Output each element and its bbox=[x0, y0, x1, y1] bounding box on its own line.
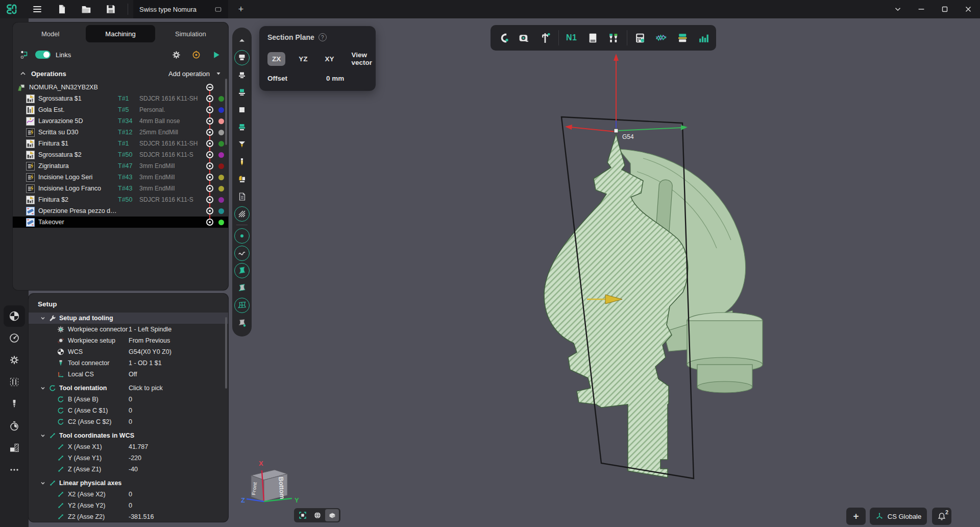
rail-wcs-datum-icon[interactable] bbox=[4, 305, 25, 327]
operations-scrollbar[interactable] bbox=[225, 79, 227, 145]
chevron-down-icon[interactable] bbox=[40, 433, 46, 439]
tool-caliper-icon[interactable] bbox=[537, 29, 554, 46]
rail-material-icon[interactable] bbox=[4, 437, 25, 459]
setup-value[interactable]: G54(X0 Y0 Z0) bbox=[129, 348, 172, 355]
side-stock-tealtop-icon[interactable] bbox=[233, 84, 251, 101]
add-operation-button[interactable]: Add operation bbox=[168, 70, 210, 78]
probe-record-icon[interactable] bbox=[191, 50, 201, 60]
menu-icon[interactable] bbox=[32, 4, 43, 15]
side-point-icon[interactable] bbox=[233, 227, 251, 245]
setup-item-row[interactable]: X2 (Asse X2)0 bbox=[29, 489, 228, 500]
new-file-icon[interactable] bbox=[56, 4, 67, 15]
tab-machining[interactable]: Machining bbox=[86, 25, 155, 42]
setup-item-row[interactable]: WCSG54(X0 Y0 Z0) bbox=[29, 346, 228, 357]
setup-value[interactable]: 0 bbox=[129, 491, 132, 498]
minimize-icon[interactable] bbox=[917, 5, 926, 14]
target-toggle-icon[interactable] bbox=[206, 196, 213, 203]
offset-value[interactable]: 0 mm bbox=[326, 75, 344, 82]
target-toggle-icon[interactable] bbox=[206, 174, 213, 181]
help-icon[interactable]: ? bbox=[318, 33, 327, 41]
view-fit-view-icon[interactable] bbox=[296, 509, 309, 521]
new-tab-button[interactable]: + bbox=[235, 4, 247, 15]
tool-nc-block-icon[interactable]: N1 bbox=[563, 29, 580, 46]
side-countersink-tool-icon[interactable] bbox=[233, 136, 251, 153]
setup-section-row[interactable]: Tool coordinates in WCS bbox=[29, 430, 228, 441]
operation-row[interactable]: Incisione Logo FrancoT#433mm EndMill bbox=[13, 183, 228, 194]
operation-root-row[interactable]: NOMURA_NN32YB2XB bbox=[13, 82, 228, 93]
side-program-doc-icon[interactable] bbox=[233, 188, 251, 205]
setup-section-row[interactable]: Setup and tooling bbox=[29, 313, 228, 324]
setup-item-row[interactable]: Y (Asse Y1)-220 bbox=[29, 452, 228, 464]
setup-value[interactable]: 0 bbox=[129, 418, 132, 425]
setup-value[interactable]: Click to pick bbox=[129, 385, 163, 392]
operation-row[interactable]: Operzione Presa pezzo da ... bbox=[13, 205, 228, 217]
target-toggle-icon[interactable] bbox=[206, 207, 213, 214]
close-icon[interactable] bbox=[964, 5, 973, 14]
side-surface-icon[interactable] bbox=[233, 262, 251, 279]
side-stock-small-icon[interactable] bbox=[233, 66, 251, 84]
target-toggle-icon[interactable] bbox=[206, 185, 213, 192]
setup-item-row[interactable]: C2 (Asse C $2)0 bbox=[29, 416, 228, 427]
target-toggle-icon[interactable] bbox=[206, 129, 213, 136]
collapse-chevron-icon[interactable] bbox=[19, 69, 27, 78]
settings-gear-icon[interactable] bbox=[172, 50, 181, 60]
rail-gauge-icon[interactable] bbox=[4, 327, 25, 349]
setup-item-row[interactable]: X (Asse X1)41.787 bbox=[29, 441, 228, 452]
plane-button-yz[interactable]: YZ bbox=[295, 52, 311, 66]
side-stock-front-icon[interactable] bbox=[233, 49, 251, 66]
view-section-view-icon[interactable] bbox=[325, 509, 339, 521]
tool-signals-icon[interactable] bbox=[653, 29, 670, 46]
links-toggle[interactable] bbox=[35, 51, 51, 59]
setup-value[interactable]: From Previous bbox=[129, 337, 170, 344]
setup-value[interactable]: -220 bbox=[129, 454, 141, 462]
run-play-icon[interactable] bbox=[211, 50, 221, 60]
tool-measure-tape-icon[interactable] bbox=[516, 29, 532, 46]
operation-row[interactable]: Finitura $1T#1SDJCR 1616 K11-SH bbox=[13, 138, 228, 149]
rail-travel-limits-icon[interactable] bbox=[4, 371, 25, 393]
setup-item-row[interactable]: Workpiece setupFrom Previous bbox=[29, 335, 228, 346]
side-patch-icon[interactable] bbox=[233, 279, 251, 297]
open-file-icon[interactable] bbox=[81, 4, 92, 15]
operation-row[interactable]: Sgrossatura $1T#1SDJCR 1616 K11-SH bbox=[13, 93, 228, 104]
chevron-down-icon[interactable] bbox=[893, 5, 902, 14]
cs-globale-button[interactable]: CS Globale bbox=[870, 508, 927, 525]
rail-drill-icon[interactable] bbox=[4, 393, 25, 415]
side-curve-icon[interactable] bbox=[233, 245, 251, 262]
target-toggle-icon[interactable] bbox=[206, 95, 213, 102]
side-square-stock-icon[interactable] bbox=[233, 101, 251, 118]
setup-value[interactable]: 1 - Left Spindle bbox=[129, 326, 172, 333]
rail-more-icon[interactable] bbox=[4, 459, 25, 481]
add-operation-caret-icon[interactable] bbox=[215, 70, 222, 77]
target-disabled-icon[interactable] bbox=[206, 84, 213, 91]
document-tab[interactable]: Swiss type Nomura bbox=[133, 0, 228, 18]
notifications-button[interactable]: 2 bbox=[932, 508, 951, 525]
setup-item-row[interactable]: B (Asse B)0 bbox=[29, 394, 228, 405]
target-toggle-icon[interactable] bbox=[206, 219, 213, 226]
setup-item-row[interactable]: Y2 (Asse Y2)0 bbox=[29, 500, 228, 511]
target-toggle-icon[interactable] bbox=[206, 151, 213, 158]
add-view-button[interactable]: + bbox=[846, 508, 866, 525]
setup-item-row[interactable]: Local CSOff bbox=[29, 369, 228, 380]
setup-item-row[interactable]: Tool connector1 - OD 1 $1 bbox=[29, 357, 228, 369]
side-surface-point-icon[interactable] bbox=[233, 314, 251, 331]
side-drill-tool-icon[interactable] bbox=[233, 153, 251, 171]
maximize-icon[interactable] bbox=[940, 5, 949, 14]
plane-button-view-vector[interactable]: View vector bbox=[348, 48, 377, 69]
operation-row[interactable]: Sgrossatura $2T#50SDJCR 1616 K11-S bbox=[13, 149, 228, 160]
setup-item-row[interactable]: Z2 (Asse Z2)-381.516 bbox=[29, 511, 228, 522]
operation-row[interactable]: Incisione Logo SeriT#433mm EndMill bbox=[13, 172, 228, 183]
rail-timer-icon[interactable] bbox=[4, 415, 25, 437]
tool-snap-magnet-icon[interactable] bbox=[495, 29, 511, 46]
operation-row[interactable]: Takeover bbox=[13, 217, 228, 228]
side-scroll-up-icon[interactable] bbox=[233, 32, 251, 49]
setup-scrollbar[interactable] bbox=[225, 317, 227, 389]
setup-value[interactable]: -40 bbox=[129, 466, 138, 473]
setup-item-row[interactable]: Z (Asse Z1)-40 bbox=[29, 464, 228, 475]
chevron-down-icon[interactable] bbox=[40, 315, 46, 321]
tool-calculator-icon[interactable] bbox=[632, 29, 649, 46]
target-toggle-icon[interactable] bbox=[206, 117, 213, 125]
operation-row[interactable]: Finitura $2T#50SDJCR 1616 K11-S bbox=[13, 194, 228, 205]
side-section-hatch-icon[interactable] bbox=[233, 205, 251, 223]
setup-value[interactable]: 0 bbox=[129, 502, 132, 509]
tool-turret-icon[interactable] bbox=[674, 29, 691, 46]
